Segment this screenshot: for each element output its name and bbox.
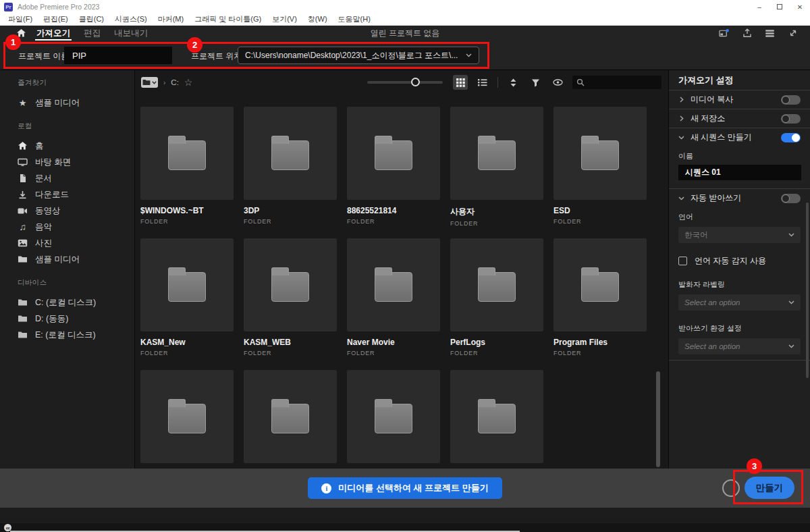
grid-view-button[interactable] — [453, 75, 468, 90]
menu-item-0[interactable]: 파일(F) — [3, 14, 38, 24]
folder-dropdown-button[interactable] — [141, 77, 158, 88]
sidebar-item-음악[interactable]: ♫음악 — [18, 219, 134, 235]
search-input[interactable] — [588, 78, 657, 86]
close-button[interactable]: ✕ — [790, 0, 810, 14]
menu-item-7[interactable]: 창(W) — [302, 14, 333, 24]
sidebar-item-문서[interactable]: 문서 — [18, 170, 134, 186]
sidebar-item-바탕 화면[interactable]: 바탕 화면 — [18, 154, 134, 170]
sidebar-item-샘플 미디어[interactable]: 샘플 미디어 — [18, 251, 134, 267]
folder-thumbnail — [450, 107, 543, 200]
setting-new-bin[interactable]: 새 저장소 — [669, 109, 810, 128]
folder-tile[interactable] — [244, 370, 337, 469]
menu-item-3[interactable]: 시퀀스(S) — [109, 14, 153, 24]
menu-item-4[interactable]: 마커(M) — [153, 14, 190, 24]
folder-tile-Naver Movie[interactable]: Naver MovieFOLDER — [347, 238, 440, 370]
folder-tile-3DP[interactable]: 3DPFOLDER — [244, 107, 337, 238]
setting-auto-transcribe[interactable]: 자동 받아쓰기 — [669, 189, 810, 207]
sidebar-item-사진[interactable]: 사진 — [18, 235, 134, 251]
project-name-input[interactable] — [64, 47, 172, 64]
select-media-info-button[interactable]: i 미디어를 선택하여 새 프로젝트 만들기 — [308, 477, 502, 499]
sidebar-item-C: (로컬 디스크)[interactable]: C: (로컬 디스크) — [18, 294, 134, 311]
thumbnail-zoom-slider[interactable] — [367, 78, 443, 87]
breadcrumb-drive[interactable]: C: — [171, 78, 179, 86]
folder-tile[interactable] — [450, 370, 543, 469]
folder-tile-ESD[interactable]: ESDFOLDER — [554, 107, 647, 238]
maximize-button[interactable] — [770, 0, 790, 14]
folder-tile-KASM_New[interactable]: KASM_NewFOLDER — [140, 238, 234, 370]
speaker-labeling-dropdown[interactable]: Select an option — [678, 294, 801, 311]
setting-copy-media[interactable]: 미디어 복사 — [669, 90, 810, 109]
menu-item-1[interactable]: 편집(E) — [38, 14, 74, 24]
tab-edit[interactable]: 편집 — [84, 26, 101, 41]
annotation-badge-1: 1 — [5, 34, 21, 50]
sidebar-item-E: (로컬 디스크)[interactable]: E: (로컬 디스크) — [18, 327, 134, 343]
toolbar-divider — [497, 77, 498, 88]
auto-transcribe-toggle[interactable] — [781, 194, 801, 203]
menu-item-5[interactable]: 그래픽 및 타이틀(G) — [189, 14, 267, 24]
folder-name: KASM_New — [140, 338, 234, 347]
favorite-star-icon[interactable]: ☆ — [184, 78, 193, 87]
window-title-bar: Pr Adobe Premiere Pro 2023 – ✕ — [0, 0, 810, 14]
language-dropdown[interactable]: 한국어 — [678, 227, 801, 243]
setting-label: 새 시퀀스 만들기 — [691, 132, 775, 143]
tab-export[interactable]: 내보내기 — [114, 26, 148, 41]
grid-scrollbar[interactable] — [656, 371, 660, 467]
file-browser: › C: ☆ $WINDOWS.~BTF — [135, 70, 668, 469]
menu-item-6[interactable]: 보기(V) — [267, 14, 302, 24]
new-bin-toggle[interactable] — [781, 114, 801, 124]
minimize-button[interactable]: – — [749, 0, 770, 14]
folder-tile[interactable] — [140, 370, 234, 469]
folder-name: PerfLogs — [450, 338, 543, 347]
folder-thumbnail — [347, 238, 440, 331]
project-location-dropdown[interactable]: C:\Users\noname\Desktop\2023\1_소이정\블로그 포… — [238, 47, 479, 64]
copy-media-toggle[interactable] — [781, 95, 801, 105]
auto-detect-checkbox[interactable] — [678, 257, 687, 265]
browser-toolbar: › C: ☆ — [135, 70, 668, 95]
folder-thumbnail — [347, 107, 440, 200]
fullscreen-icon[interactable] — [788, 28, 798, 38]
folder-type-label: FOLDER — [450, 220, 543, 227]
sidebar-item-D: (동동)[interactable]: D: (동동) — [18, 311, 134, 327]
folder-name: Program Files — [554, 338, 647, 347]
sort-button[interactable] — [506, 75, 520, 90]
help-circle-button[interactable] — [722, 479, 740, 497]
folder-icon — [478, 404, 516, 433]
slider-thumb[interactable] — [411, 78, 420, 86]
chevron-down-icon — [788, 300, 794, 304]
menu-item-2[interactable]: 클립(C) — [74, 14, 109, 24]
folder-thumbnail — [450, 238, 543, 331]
filter-button[interactable] — [528, 75, 543, 90]
share-icon[interactable] — [742, 28, 752, 38]
folder-tile-KASM_WEB[interactable]: KASM_WEBFOLDER — [244, 238, 337, 370]
folder-thumbnail — [140, 238, 234, 331]
folder-tile-$WINDOWS.~BT[interactable]: $WINDOWS.~BTFOLDER — [140, 107, 234, 238]
sidebar: 즐겨찾기★샘플 미디어로컬홈바탕 화면문서다운로드동영상♫음악사진샘플 미디어디… — [0, 70, 135, 469]
list-view-button[interactable] — [475, 75, 490, 90]
preview-button[interactable] — [550, 75, 565, 90]
menu-item-8[interactable]: 도움말(H) — [333, 14, 376, 24]
sequence-name-input[interactable] — [678, 165, 801, 180]
folder-tile-PerfLogs[interactable]: PerfLogsFOLDER — [450, 238, 543, 370]
sidebar-item-동영상[interactable]: 동영상 — [18, 203, 134, 219]
panel-notification-icon[interactable] — [719, 28, 729, 38]
sidebar-item-홈[interactable]: 홈 — [18, 138, 134, 154]
workspace-stack-icon[interactable] — [765, 28, 775, 38]
sidebar-item-샘플 미디어[interactable]: ★샘플 미디어 — [18, 95, 134, 111]
footer-bar: i 미디어를 선택하여 새 프로젝트 만들기 만들기 — [0, 469, 810, 508]
panel-scrollbar[interactable] — [806, 203, 809, 378]
chevron-down-icon — [466, 53, 472, 57]
premiere-app-icon: Pr — [4, 3, 13, 11]
transcription-prefs-dropdown[interactable]: Select an option — [678, 338, 801, 354]
sidebar-item-다운로드[interactable]: 다운로드 — [18, 186, 134, 203]
tab-import[interactable]: 가져오기 — [36, 26, 70, 41]
setting-new-sequence[interactable]: 새 시퀀스 만들기 — [669, 128, 810, 147]
home-icon — [18, 141, 28, 151]
create-button[interactable]: 만들기 — [745, 477, 794, 499]
folder-tile[interactable] — [347, 370, 440, 469]
folder-tile-88625521814[interactable]: 88625521814FOLDER — [347, 107, 440, 238]
folder-tile-사용자[interactable]: 사용자FOLDER — [450, 107, 543, 238]
folder-tile-Program Files[interactable]: Program FilesFOLDER — [554, 238, 647, 370]
new-sequence-toggle[interactable] — [781, 133, 801, 142]
auto-detect-language-row[interactable]: 언어 자동 감지 사용 — [669, 248, 810, 271]
search-box[interactable] — [572, 76, 662, 89]
